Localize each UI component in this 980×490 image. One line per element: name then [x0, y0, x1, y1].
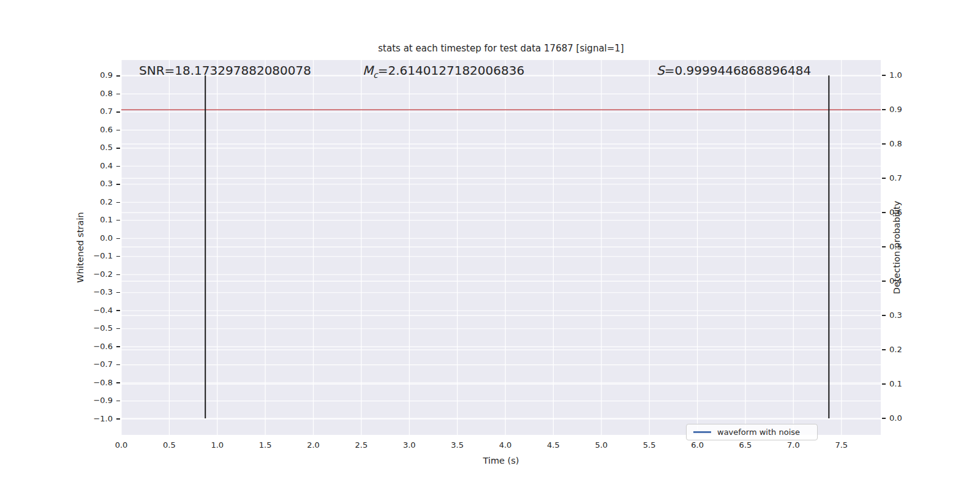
y-right-tick-label: 0.5	[889, 242, 914, 251]
x-tick-label: 7.5	[829, 440, 854, 450]
x-tick-label: 4.5	[541, 440, 565, 450]
y-left-tick-mark	[116, 238, 120, 239]
y-right-tick-label: 0.9	[889, 105, 914, 114]
y-right-tick-mark	[882, 418, 886, 418]
y-right-tick-label: 0.4	[889, 276, 914, 285]
y-left-tick-label: −0.2	[77, 270, 113, 279]
y-left-tick-label: −0.5	[77, 323, 113, 333]
plot-area	[121, 60, 881, 435]
significance-symbol: S	[657, 63, 665, 78]
chart-title: stats at each timestep for test data 176…	[121, 43, 881, 54]
y-left-tick-label: 0.8	[77, 89, 113, 98]
y-left-tick-label: 0.2	[77, 197, 113, 206]
x-tick-label: 0.5	[157, 440, 181, 450]
y-left-tick-label: −1.0	[77, 414, 113, 423]
y-right-tick-mark	[882, 109, 886, 110]
y-left-tick-mark	[116, 130, 120, 130]
x-tick-label: 6.5	[733, 440, 758, 450]
x-tick-label: 2.5	[349, 440, 374, 450]
chirp-mass-subscript: c	[373, 70, 377, 80]
snr-annotation: SNR=18.173297882080078	[139, 63, 311, 78]
significance-value: =0.9999446868896484	[665, 63, 811, 78]
y-left-tick-label: −0.8	[77, 378, 113, 387]
chart-canvas	[121, 60, 881, 435]
y-right-tick-mark	[882, 349, 886, 350]
significance-annotation: S=0.9999446868896484	[657, 63, 811, 78]
y-left-tick-label: 0.1	[77, 215, 113, 224]
y-right-tick-label: 0.7	[889, 173, 914, 183]
y-left-tick-mark	[116, 166, 120, 167]
y-left-tick-label: −0.3	[77, 287, 113, 296]
y-left-tick-mark	[116, 292, 120, 293]
y-right-tick-label: 0.3	[889, 311, 914, 320]
y-right-tick-label: 0.2	[889, 345, 914, 354]
chirp-mass-annotation: Mc=2.6140127182006836	[363, 63, 524, 80]
x-tick-label: 3.5	[445, 440, 470, 450]
y-left-tick-mark	[116, 310, 120, 311]
chirp-mass-symbol: M	[363, 63, 373, 78]
y-right-tick-mark	[882, 212, 886, 213]
y-right-tick-mark	[882, 143, 886, 144]
x-tick-label: 4.0	[493, 440, 518, 450]
legend: waveform with noise	[686, 424, 818, 440]
y-left-tick-label: −0.1	[77, 251, 113, 260]
legend-line-swatch	[693, 431, 711, 432]
y-left-tick-mark	[116, 418, 120, 419]
y-right-tick-mark	[882, 383, 886, 384]
y-right-tick-label: 0.1	[889, 379, 914, 388]
x-tick-label: 6.0	[685, 440, 710, 450]
y-left-tick-label: −0.6	[77, 342, 113, 351]
y-right-tick-mark	[882, 75, 886, 75]
x-axis-label: Time (s)	[121, 456, 881, 466]
y-left-tick-mark	[116, 111, 120, 112]
y-left-tick-mark	[116, 184, 120, 184]
y-left-tick-mark	[116, 328, 120, 329]
y-right-tick-mark	[882, 315, 886, 315]
y-left-tick-label: 0.7	[77, 107, 113, 116]
x-tick-label: 7.0	[781, 440, 805, 450]
y-left-tick-mark	[116, 148, 120, 148]
y-left-tick-mark	[116, 202, 120, 203]
y-left-tick-mark	[116, 274, 120, 275]
y-right-tick-mark	[882, 281, 886, 281]
y-left-tick-mark	[116, 346, 120, 347]
y-right-tick-label: 0.0	[889, 413, 914, 423]
x-tick-label: 1.0	[205, 440, 230, 450]
y-right-tick-label: 0.6	[889, 208, 914, 217]
y-right-tick-mark	[882, 246, 886, 247]
x-tick-label: 5.0	[589, 440, 614, 450]
y-right-tick-label: 0.8	[889, 139, 914, 148]
y-left-tick-mark	[116, 401, 120, 401]
axes-background	[121, 60, 881, 435]
figure: stats at each timestep for test data 176…	[0, 0, 980, 490]
y-left-tick-label: 0.4	[77, 161, 113, 170]
x-tick-label: 3.0	[397, 440, 421, 450]
y-left-tick-label: 0.5	[77, 143, 113, 152]
chirp-mass-value: =2.6140127182006836	[378, 63, 524, 78]
y-left-tick-label: 0.3	[77, 179, 113, 188]
x-tick-label: 1.5	[253, 440, 277, 450]
y-right-tick-mark	[882, 178, 886, 178]
y-left-tick-mark	[116, 94, 120, 94]
y-left-tick-label: −0.9	[77, 396, 113, 405]
y-left-tick-mark	[116, 256, 120, 257]
y-left-tick-mark	[116, 75, 120, 76]
y-left-tick-label: −0.7	[77, 360, 113, 369]
y-left-tick-label: 0.6	[77, 125, 113, 134]
y-left-tick-label: 0.0	[77, 233, 113, 243]
y-left-tick-mark	[116, 220, 120, 221]
y-left-tick-label: 0.9	[77, 70, 113, 80]
y-left-tick-mark	[116, 382, 120, 383]
x-tick-label: 5.5	[637, 440, 662, 450]
y-left-tick-label: −0.4	[77, 306, 113, 315]
snr-value: SNR=18.173297882080078	[139, 63, 311, 78]
legend-label: waveform with noise	[717, 428, 800, 437]
x-tick-label: 2.0	[301, 440, 326, 450]
y-right-tick-label: 1.0	[889, 70, 914, 80]
x-tick-label: 0.0	[109, 440, 134, 450]
y-left-tick-mark	[116, 364, 120, 365]
